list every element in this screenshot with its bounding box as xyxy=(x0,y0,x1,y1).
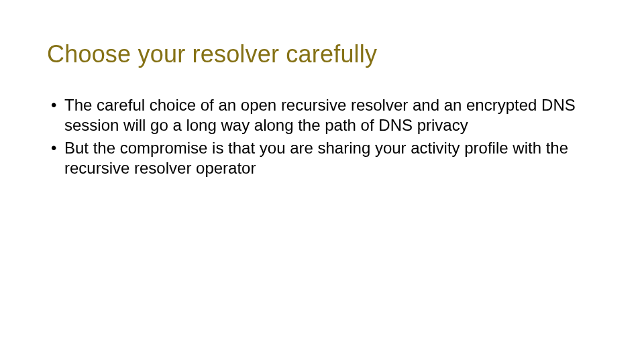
list-item: The careful choice of an open recursive … xyxy=(47,95,597,135)
bullet-list: The careful choice of an open recursive … xyxy=(47,95,597,178)
list-item: But the compromise is that you are shari… xyxy=(47,138,597,178)
slide-title: Choose your resolver carefully xyxy=(47,40,597,68)
slide: Choose your resolver carefully The caref… xyxy=(0,0,644,362)
